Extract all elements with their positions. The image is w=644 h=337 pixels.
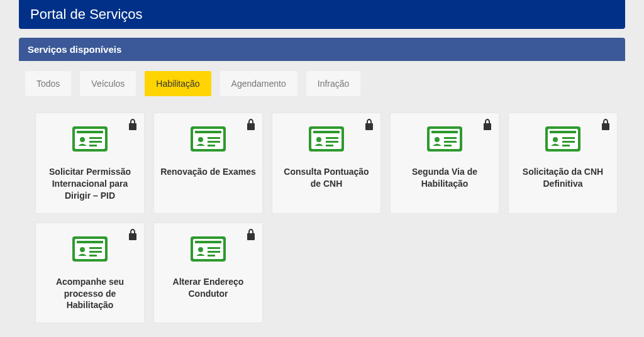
tab-infracao[interactable]: Infração [306, 71, 361, 96]
license-card-icon [426, 126, 463, 155]
lock-icon [128, 118, 138, 133]
svg-rect-13 [208, 145, 215, 146]
tab-veiculos[interactable]: Veículos [80, 71, 136, 96]
service-card[interactable]: Consulta Pontuação de CNH [272, 113, 381, 214]
svg-rect-9 [195, 131, 221, 133]
section-title: Serviços disponíveis [28, 44, 121, 55]
svg-rect-37 [77, 241, 103, 243]
page-header: Portal de Serviços [19, 0, 625, 29]
license-card-icon [72, 236, 108, 265]
svg-point-10 [198, 137, 203, 142]
tabs-container: TodosVeículosHabilitaçãoAgendamentoInfra… [19, 61, 625, 106]
service-card[interactable]: Segunda Via de Habilitação [390, 113, 499, 214]
section-subheader: Serviços disponíveis [19, 38, 625, 61]
svg-rect-27 [444, 145, 452, 146]
license-card-icon [72, 126, 108, 155]
svg-rect-26 [444, 141, 457, 143]
license-card-icon [545, 126, 581, 155]
svg-point-38 [80, 247, 85, 252]
page-title: Portal de Serviços [30, 6, 143, 22]
service-card-title: Solicitação da CNH Definitiva [515, 166, 611, 190]
tab-todos[interactable]: Todos [25, 71, 71, 96]
service-card-title: Acompanhe seu processo de Habilitação [42, 276, 138, 312]
svg-rect-48 [208, 255, 215, 257]
svg-rect-25 [444, 137, 457, 139]
lock-icon [482, 118, 492, 133]
svg-point-24 [435, 137, 440, 142]
lock-icon [364, 118, 374, 133]
license-card-icon [308, 126, 345, 155]
svg-rect-6 [89, 145, 97, 146]
cards-grid: Solicitar Permissão Internacional para D… [35, 113, 625, 323]
license-card-icon [190, 126, 226, 155]
service-card[interactable]: Alterar Endereço Condutor [153, 223, 263, 324]
svg-rect-39 [89, 247, 102, 249]
lock-icon [128, 228, 138, 243]
svg-rect-47 [208, 251, 220, 253]
svg-rect-18 [326, 137, 338, 139]
svg-rect-34 [562, 145, 570, 146]
svg-rect-33 [562, 141, 575, 143]
svg-rect-4 [89, 137, 102, 139]
service-card[interactable]: Renovação de Exames [153, 113, 263, 214]
lock-icon [246, 118, 256, 133]
service-card-title: Solicitar Permissão Internacional para D… [42, 166, 138, 202]
service-card[interactable]: Solicitação da CNH Definitiva [508, 113, 618, 214]
svg-rect-44 [195, 241, 221, 243]
svg-rect-46 [208, 247, 220, 249]
svg-point-31 [553, 137, 558, 142]
service-card[interactable]: Acompanhe seu processo de Habilitação [35, 223, 145, 324]
svg-rect-16 [313, 131, 340, 133]
svg-rect-41 [89, 255, 97, 257]
lock-icon [246, 228, 256, 243]
license-card-icon [190, 236, 226, 265]
svg-rect-12 [208, 141, 220, 143]
service-card-title: Renovação de Exames [160, 166, 256, 178]
service-card-title: Consulta Pontuação de CNH [279, 166, 374, 190]
service-card-title: Alterar Endereço Condutor [160, 276, 256, 300]
svg-point-17 [316, 137, 321, 142]
service-card-title: Segunda Via de Habilitação [397, 166, 492, 190]
svg-rect-23 [431, 131, 458, 133]
svg-rect-20 [326, 145, 333, 146]
lock-icon [601, 118, 611, 133]
svg-point-3 [80, 137, 85, 142]
svg-rect-30 [550, 131, 576, 133]
service-card[interactable]: Solicitar Permissão Internacional para D… [35, 113, 145, 214]
svg-rect-19 [326, 141, 338, 143]
svg-rect-2 [77, 131, 103, 133]
tab-habilitacao[interactable]: Habilitação [145, 71, 211, 96]
svg-rect-40 [89, 251, 102, 253]
tab-agendamento[interactable]: Agendamento [220, 71, 297, 96]
svg-rect-5 [89, 141, 102, 143]
svg-rect-32 [562, 137, 575, 139]
svg-point-45 [198, 247, 203, 252]
svg-rect-11 [208, 137, 220, 139]
